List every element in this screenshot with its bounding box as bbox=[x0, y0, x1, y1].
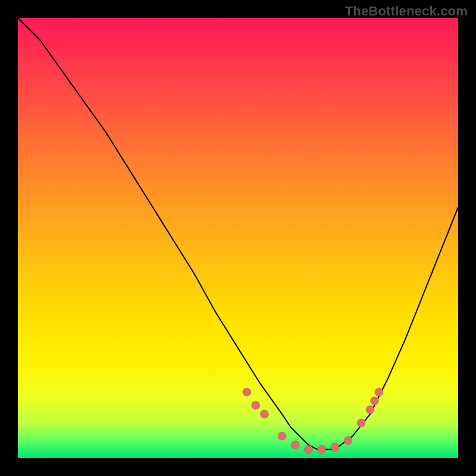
data-point bbox=[260, 410, 268, 418]
curve-markers bbox=[243, 388, 383, 453]
data-point bbox=[243, 388, 251, 396]
data-point bbox=[366, 406, 374, 414]
data-point bbox=[331, 443, 339, 452]
data-point bbox=[304, 445, 312, 453]
curve-path bbox=[18, 18, 458, 449]
data-point bbox=[344, 436, 352, 444]
data-point bbox=[252, 401, 260, 409]
data-point bbox=[291, 441, 299, 449]
data-point bbox=[278, 432, 286, 440]
data-point bbox=[357, 419, 365, 427]
data-point bbox=[375, 388, 383, 396]
watermark-text: TheBottleneck.com bbox=[345, 4, 468, 19]
data-point bbox=[370, 397, 378, 405]
chart-frame: TheBottleneck.com bbox=[0, 0, 476, 476]
plot-area bbox=[18, 18, 458, 458]
bottleneck-curve bbox=[18, 18, 458, 458]
data-point bbox=[318, 445, 326, 453]
